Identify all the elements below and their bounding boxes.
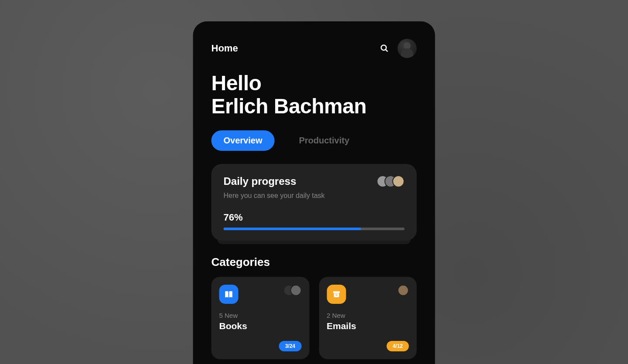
card-avatar-group [377, 175, 405, 187]
svg-line-1 [386, 50, 387, 51]
category-new-count: 5 New [219, 312, 302, 319]
tab-productivity[interactable]: Productivity [287, 130, 362, 151]
progress-percent-label: 76% [224, 212, 405, 223]
greeting-line2: Erlich Bachman [212, 95, 367, 118]
category-card-emails[interactable]: 2 New Emails 4/12 [319, 277, 417, 359]
topbar-actions [379, 39, 417, 58]
greeting-heading: Hello Erlich Bachman [212, 72, 417, 118]
categories-section-title: Categories [212, 255, 417, 269]
progress-bar [224, 228, 405, 230]
topbar: Home [212, 39, 417, 58]
category-card-books[interactable]: 5 New Books 3/24 [212, 277, 310, 359]
tab-overview[interactable]: Overview [212, 130, 275, 151]
categories-grid: 5 New Books 3/24 2 New Emai [212, 277, 417, 359]
svg-rect-4 [335, 294, 338, 295]
archive-icon [327, 285, 346, 304]
mobile-app-frame: Home Hello Erlich Bachman Overview Produ… [193, 21, 435, 364]
category-progress-badge: 3/24 [279, 341, 301, 351]
search-icon [380, 44, 389, 53]
card-title: Daily progress [224, 175, 297, 187]
tabs: Overview Productivity [212, 130, 417, 151]
search-button[interactable] [379, 43, 390, 54]
page-title: Home [212, 43, 238, 54]
greeting-line1: Hello [212, 71, 262, 95]
progress-bar-fill [224, 228, 361, 230]
category-progress-badge: 4/12 [386, 341, 409, 351]
avatar [392, 175, 405, 187]
avatar [290, 285, 301, 296]
category-footer: 4/12 [327, 341, 409, 351]
category-title: Books [219, 321, 302, 331]
category-avatars [283, 285, 301, 296]
card-subtitle: Here you can see your daily task [224, 192, 405, 200]
avatar [398, 285, 409, 296]
category-title: Emails [327, 321, 409, 331]
card-header: Daily progress [224, 175, 405, 187]
category-card-header [219, 285, 302, 304]
category-footer: 3/24 [219, 341, 302, 351]
book-icon [219, 285, 239, 304]
profile-avatar[interactable] [398, 39, 417, 58]
category-new-count: 2 New [327, 312, 409, 319]
svg-rect-2 [333, 291, 340, 293]
daily-progress-card[interactable]: Daily progress Here you can see your dai… [212, 164, 417, 241]
category-card-header [327, 285, 409, 304]
category-avatars [398, 285, 409, 296]
